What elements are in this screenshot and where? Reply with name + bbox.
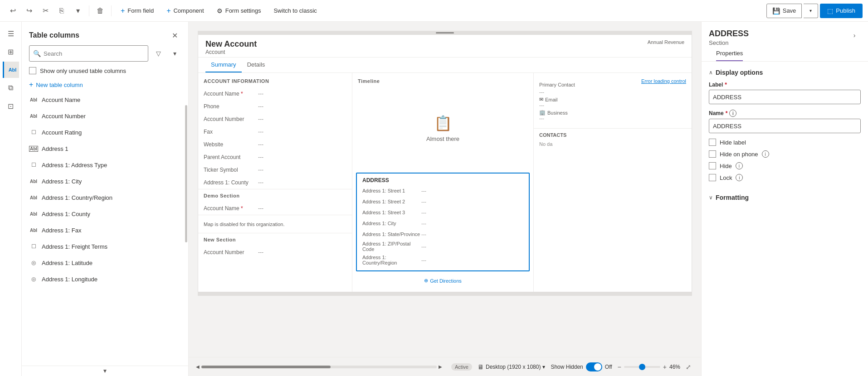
text-icon: Abl [29,177,38,186]
zoom-slider[interactable] [624,366,660,368]
hidden-toggle-label: Off [605,364,612,370]
show-hidden-toggle[interactable] [586,362,602,371]
field-label: Phone [204,103,258,110]
add-component-button[interactable]: + Component [161,4,210,18]
scroll-right-button[interactable]: ▶ [439,364,442,369]
copy-button[interactable]: ⎘ [54,4,69,18]
columns-list: Abl Account Name Abl Account Number ☐ Ac… [22,92,188,366]
toolbar-right: 💾 Save ▾ ⬚ Publish [766,4,863,18]
lock-checkbox[interactable] [709,174,716,181]
nav-menu-icon[interactable]: ☰ [3,25,19,42]
list-item[interactable]: ◎ Address 1: Longitude [22,271,188,287]
field-label: Account Name * [204,205,258,212]
address-section-title: ADDRESS [357,174,529,185]
field-value: --- [258,129,263,135]
list-item[interactable]: ◎ Address 1: Latitude [22,255,188,271]
address-section[interactable]: ADDRESS Address 1: Street 1 --- Address … [356,173,530,271]
address-field-row: Address 1: City --- [357,218,529,229]
text-icon: Abl [29,111,38,121]
field-label: Address 1: County [204,179,258,186]
hide-checkbox[interactable] [709,162,716,169]
cut-button[interactable]: ✂ [38,4,53,18]
field-value: --- [258,154,263,160]
horizontal-scrollbar[interactable] [201,366,437,368]
nav-text-field-icon[interactable]: Abl [3,62,19,78]
form-settings-button[interactable]: ⚙ Form settings [211,4,267,18]
tab-properties[interactable]: Properties [716,46,743,61]
form-title: New Account [205,39,684,49]
scroll-down-button[interactable]: ▼ [102,368,108,374]
column-label: Address 1: Address Type [42,162,107,169]
list-item[interactable]: Abl Account Number [22,108,188,124]
sidebar-close-button[interactable]: ✕ [168,29,181,42]
list-item[interactable]: Abl Address 1: Country/Region [22,189,188,206]
address-field-value: --- [421,210,426,215]
save-button[interactable]: 💾 Save [766,4,802,18]
dropdown-button[interactable]: ▾ [71,4,85,18]
monitor-icon: 🖥 [478,363,484,371]
address-field-value: --- [421,231,426,237]
label-field-label: Label * [709,82,861,88]
add-form-field-button[interactable]: + Form field [115,4,159,18]
canvas-area: New Account Account Annual Revenue Summa… [189,22,701,376]
primary-contact-area: Primary Contact --- ✉ Email --- 🏢 Busine… [534,78,692,125]
email-label: Email [545,97,558,102]
canvas-top-handle[interactable] [198,31,692,34]
label-input[interactable] [709,90,861,104]
list-item[interactable]: Abl Account Name [22,92,188,108]
info-icon-3[interactable]: i [736,162,743,169]
canvas-scroll[interactable]: New Account Account Annual Revenue Summa… [189,22,701,357]
scroll-left-button[interactable]: ◀ [196,364,200,369]
hide-on-phone-checkbox[interactable] [709,150,716,158]
display-options-title: Display options [716,69,763,76]
formatting-group[interactable]: ∨ Formatting [709,188,861,201]
list-item[interactable]: Abl Address 1: City [22,173,188,189]
switch-classic-button[interactable]: Switch to classic [268,4,322,18]
filter-icon[interactable]: ▽ [152,47,165,60]
list-item[interactable]: Abl Address 1: Fax [22,222,188,238]
info-icon-2[interactable]: i [762,150,769,158]
list-item[interactable]: Abl Address 1: County [22,206,188,222]
info-icon[interactable]: i [729,110,736,117]
unused-checkbox[interactable] [29,67,36,74]
delete-button[interactable]: 🗑 [93,4,107,18]
search-input[interactable] [44,50,144,57]
get-directions-button[interactable]: ⊕ Get Directions [424,278,462,284]
hide-label-checkbox[interactable] [709,139,716,146]
new-table-column-button[interactable]: + New table column [22,78,188,92]
bottom-controls: Active 🖥 Desktop (1920 x 1080) ▾ Show Hi… [451,362,694,372]
tab-details[interactable]: Details [242,58,271,72]
chevron-down-icon-format[interactable]: ∨ [709,194,713,201]
scroll-thumb [201,366,331,368]
desktop-selector[interactable]: 🖥 Desktop (1920 x 1080) ▾ [478,363,545,371]
list-item[interactable]: Abl Address 1 [22,140,188,157]
chevron-up-icon[interactable]: ∧ [709,69,713,76]
nav-component-icon[interactable]: ⊡ [3,98,19,114]
nav-layers-icon[interactable]: ⧉ [3,80,19,96]
panel-expand-button[interactable]: › [848,29,861,42]
list-item[interactable]: ☐ Address 1: Address Type [22,157,188,173]
redo-button[interactable]: ↪ [22,4,36,18]
form-tabs: Summary Details [198,58,692,73]
canvas-bottom-handle[interactable] [198,292,692,296]
nav-grid-icon[interactable]: ⊞ [3,43,19,60]
list-item[interactable]: ☐ Address 1: Freight Terms [22,238,188,255]
tab-summary[interactable]: Summary [205,58,242,72]
text-icon: Abl [29,209,38,218]
sort-icon[interactable]: ▾ [168,47,181,60]
publish-button[interactable]: ⬚ Publish [820,4,863,18]
field-value: --- [258,141,263,148]
field-row: Account Number --- [198,246,352,259]
save-dropdown-button[interactable]: ▾ [804,4,818,18]
undo-button[interactable]: ↩ [5,4,20,18]
fit-to-screen-button[interactable]: ⤢ [683,362,694,372]
name-input[interactable] [709,119,861,133]
timeline-area: 📋 Almost there [352,87,533,169]
list-item[interactable]: ☐ Account Rating [22,124,188,140]
field-value: --- [258,116,263,122]
zoom-out-button[interactable]: − [618,363,621,371]
zoom-in-button[interactable]: + [663,363,667,371]
error-loading-control[interactable]: Error loading control [641,78,686,84]
column-label: Account Name [42,96,80,103]
info-icon-4[interactable]: i [736,174,743,181]
